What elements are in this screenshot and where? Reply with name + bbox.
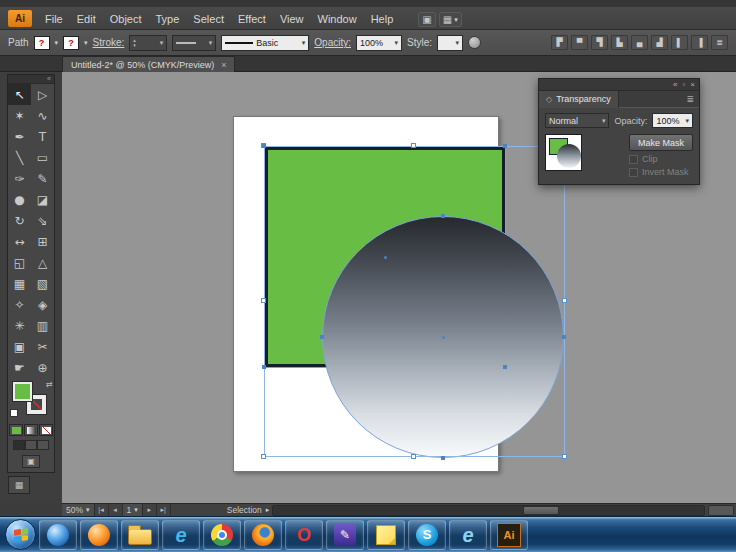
- column-graph-tool[interactable]: ▥: [31, 315, 54, 336]
- draw-normal-mode[interactable]: [13, 440, 25, 450]
- rect-anchor-bottom-right[interactable]: [503, 365, 507, 369]
- artboard-number-dropdown[interactable]: 1 ▾: [123, 504, 143, 517]
- spinner-down-icon[interactable]: ▾: [133, 43, 136, 48]
- handle-middle-right[interactable]: [562, 298, 567, 303]
- mesh-tool[interactable]: ▦: [8, 273, 31, 294]
- taskbar-browser-icon[interactable]: e: [449, 520, 487, 550]
- menu-window[interactable]: Window: [311, 11, 364, 27]
- taskbar-skype-icon[interactable]: S: [408, 520, 446, 550]
- previous-artboard-button[interactable]: ◂: [109, 504, 123, 517]
- menu-file[interactable]: File: [38, 11, 70, 27]
- make-mask-button[interactable]: Make Mask: [629, 134, 693, 151]
- width-profile-dropdown[interactable]: ▾: [172, 35, 216, 51]
- menu-help[interactable]: Help: [364, 11, 401, 27]
- rectangle-tool[interactable]: ▭: [31, 147, 54, 168]
- minimize-panel-icon[interactable]: ▫: [682, 80, 685, 89]
- gradient-tool[interactable]: ▧: [31, 273, 54, 294]
- rect-anchor-top-left[interactable]: [262, 144, 266, 148]
- change-screen-mode-button[interactable]: ▣: [22, 455, 40, 468]
- none-button[interactable]: [39, 424, 53, 436]
- fill-swatch-dropdown[interactable]: ?: [34, 36, 50, 50]
- taskbar-sticky-notes-icon[interactable]: [367, 520, 405, 550]
- checkbox-icon[interactable]: [629, 155, 638, 164]
- draw-behind-mode[interactable]: [25, 440, 37, 450]
- handle-bottom-center[interactable]: [411, 454, 416, 459]
- shape-builder-tool[interactable]: ◱: [8, 252, 31, 273]
- next-artboard-button[interactable]: ▸: [143, 504, 157, 517]
- align-v-middle-icon[interactable]: ▄: [631, 35, 648, 50]
- distribute-h-icon[interactable]: ▌: [671, 35, 688, 50]
- object-thumbnail[interactable]: [545, 134, 582, 171]
- zoom-tool[interactable]: ⊕: [31, 357, 54, 378]
- pencil-tool[interactable]: ✎: [31, 168, 54, 189]
- opacity-dropdown[interactable]: 100% ▾: [356, 35, 402, 51]
- first-artboard-button[interactable]: |◂: [95, 504, 109, 517]
- free-transform-tool[interactable]: ⊞: [31, 231, 54, 252]
- menu-type[interactable]: Type: [149, 11, 187, 27]
- workspace-switcher[interactable]: ▦▾: [439, 12, 462, 27]
- taskbar-firefox-icon[interactable]: [244, 520, 282, 550]
- taskbar-internet-explorer-icon[interactable]: e: [162, 520, 200, 550]
- rotate-tool[interactable]: ↻: [8, 210, 31, 231]
- chevron-down-icon[interactable]: ▾: [84, 39, 88, 47]
- clip-checkbox[interactable]: Clip: [629, 154, 658, 164]
- transparency-tab[interactable]: ◇ Transparency: [539, 91, 619, 108]
- symbol-sprayer-tool[interactable]: ✳: [8, 315, 31, 336]
- slice-tool[interactable]: ✂: [31, 336, 54, 357]
- gradient-button[interactable]: [24, 424, 38, 436]
- menu-object[interactable]: Object: [103, 11, 149, 27]
- artboard-tool[interactable]: ▣: [8, 336, 31, 357]
- recolor-artwork-icon[interactable]: [468, 36, 481, 49]
- selection-tool[interactable]: ↖: [8, 84, 31, 105]
- eyedropper-tool[interactable]: ✧: [8, 294, 31, 315]
- start-button[interactable]: [5, 519, 36, 550]
- eraser-tool[interactable]: ◪: [31, 189, 54, 210]
- taskbar-pen-app-icon[interactable]: ✎: [326, 520, 364, 550]
- brush-definition-dropdown[interactable]: Basic ▾: [221, 35, 309, 51]
- handle-bottom-right[interactable]: [562, 454, 567, 459]
- collapsed-panel-icon[interactable]: ▦: [8, 476, 30, 494]
- taskbar-illustrator-icon[interactable]: Ai: [490, 520, 528, 550]
- app-logo-icon[interactable]: Ai: [8, 10, 32, 27]
- blend-mode-dropdown[interactable]: Normal ▾: [545, 113, 609, 128]
- align-left-icon[interactable]: ▛: [551, 35, 568, 50]
- align-top-icon[interactable]: ▙: [611, 35, 628, 50]
- zoom-level-dropdown[interactable]: 50% ▾: [62, 504, 95, 517]
- corner-grip[interactable]: [708, 505, 734, 516]
- menu-view[interactable]: View: [273, 11, 311, 27]
- taskbar-opera-icon[interactable]: O: [285, 520, 323, 550]
- circle-anchor-right[interactable]: [562, 335, 566, 339]
- rect-anchor-top-right[interactable]: [503, 144, 507, 148]
- swap-fill-stroke-icon[interactable]: ⇄: [46, 380, 53, 389]
- horizontal-scrollbar[interactable]: [272, 505, 705, 516]
- last-artboard-button[interactable]: ▸|: [157, 504, 171, 517]
- circle-anchor-bottom[interactable]: [441, 456, 445, 460]
- taskbar-explorer-icon[interactable]: [121, 520, 159, 550]
- circle-anchor-left[interactable]: [320, 335, 324, 339]
- rect-anchor-bottom-left[interactable]: [262, 365, 266, 369]
- fill-color-swatch[interactable]: [13, 382, 32, 401]
- menu-select[interactable]: Select: [186, 11, 231, 27]
- align-right-icon[interactable]: ▜: [591, 35, 608, 50]
- close-tab-icon[interactable]: ×: [221, 60, 226, 70]
- direct-selection-tool[interactable]: ▷: [31, 84, 54, 105]
- stroke-panel-link[interactable]: Stroke:: [93, 37, 125, 48]
- close-panel-icon[interactable]: ×: [690, 80, 695, 89]
- handle-bottom-left[interactable]: [261, 454, 266, 459]
- stroke-swatch-dropdown[interactable]: ?: [63, 36, 79, 50]
- default-fill-stroke-icon[interactable]: [10, 409, 18, 417]
- distribute-v-icon[interactable]: ▐: [691, 35, 708, 50]
- arrange-documents-icon[interactable]: ▣: [418, 12, 435, 27]
- scrollbar-thumb[interactable]: [523, 506, 559, 515]
- menu-edit[interactable]: Edit: [70, 11, 103, 27]
- taskbar-media-icon[interactable]: [80, 520, 118, 550]
- pen-tool[interactable]: ✒: [8, 126, 31, 147]
- perspective-grid-tool[interactable]: △: [31, 252, 54, 273]
- type-tool[interactable]: T: [31, 126, 54, 147]
- line-tool[interactable]: ╲: [8, 147, 31, 168]
- checkbox-icon[interactable]: [629, 168, 638, 177]
- status-indicator[interactable]: Selection ▸: [227, 505, 269, 515]
- control-panel-menu-icon[interactable]: ≣: [711, 35, 728, 50]
- circle-anchor-top[interactable]: [441, 214, 445, 218]
- collapse-panel-icon[interactable]: «: [673, 80, 677, 89]
